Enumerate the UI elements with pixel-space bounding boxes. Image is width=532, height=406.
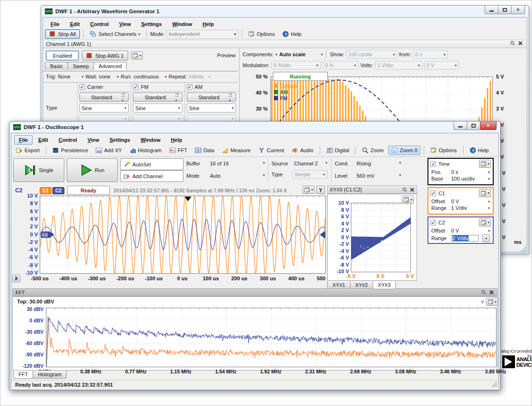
component-fm-checkbox[interactable]: ✓FM — [133, 84, 148, 90]
from-combo[interactable]: 0 s▾ — [413, 50, 448, 59]
c1-row1-value[interactable]: 0 V — [451, 199, 459, 204]
menu-control[interactable]: Control — [54, 135, 82, 145]
c2-row1-value[interactable]: 0 V — [451, 228, 459, 233]
toolbar-fft-button[interactable]: FFT — [166, 146, 190, 155]
carrier-standard-button[interactable]: Standard▾ — [79, 93, 129, 102]
toolbar-add-xy-button[interactable]: xyAdd XY — [93, 146, 124, 155]
tab-xy3[interactable]: XY#3 — [373, 281, 396, 289]
menu-file[interactable]: File — [14, 135, 33, 145]
c2-range-dropdown-button[interactable]: ▾ — [482, 234, 490, 242]
tab-advanced[interactable]: Advanced — [94, 62, 127, 70]
menu-edit[interactable]: Edit — [65, 19, 85, 29]
menu-help[interactable]: Help — [166, 135, 187, 145]
toolbar-audio-button[interactable]: Audio — [289, 146, 316, 155]
add-channel-button[interactable]: Add Channel — [120, 170, 183, 182]
level-value[interactable]: 560 mV — [357, 173, 375, 179]
menu-view[interactable]: View — [83, 135, 104, 145]
tab-fft[interactable]: FFT — [13, 371, 33, 379]
toolbar-current-button[interactable]: Current — [255, 146, 287, 155]
autoset-button[interactable]: AutoSet — [120, 158, 183, 170]
component-carrier-checkbox[interactable]: ✓Carrier — [79, 84, 104, 90]
source-value[interactable]: Channel 2 — [294, 161, 318, 166]
c1-enable-checkbox[interactable]: ✓ — [430, 190, 436, 196]
time-row1-value[interactable]: 0 s — [451, 169, 458, 175]
menu-view[interactable]: View — [114, 19, 136, 29]
menu-edit[interactable]: Edit — [34, 135, 53, 145]
modulation-offset-combo[interactable]: 0 %▾ — [323, 61, 358, 69]
menu-help[interactable]: Help — [198, 19, 218, 29]
pin-icon[interactable] — [510, 41, 515, 46]
run-button[interactable]: Run — [67, 158, 118, 182]
awg-titlebar[interactable]: DWF 1 - Arbitrary Waveform Generator 1 × — [41, 6, 529, 17]
c1-row2-value[interactable]: 1 V/div — [451, 205, 467, 211]
modulation-scale-combo[interactable]: 5 %/div▾ — [271, 61, 321, 69]
scope-resize-grip[interactable] — [491, 381, 497, 387]
volts-offset-combo[interactable]: 0 V▾ — [424, 61, 459, 69]
fm-function-combo[interactable]: Sine▾ — [133, 104, 183, 112]
toolbar-zoom-button[interactable]: Zoom — [359, 146, 386, 155]
menu-window[interactable]: Window — [136, 135, 165, 145]
awg-help-button[interactable]: ? Help — [279, 29, 305, 39]
minimize-button[interactable] — [454, 121, 467, 130]
pin-icon[interactable] — [481, 290, 486, 295]
repeat-value[interactable]: infinite — [189, 74, 207, 79]
close-panel-icon[interactable] — [489, 290, 494, 295]
maximize-button[interactable] — [467, 121, 480, 130]
stop-all-button[interactable]: Stop All — [45, 29, 80, 39]
menu-settings[interactable]: Settings — [105, 135, 135, 145]
mode-value[interactable]: Auto — [210, 173, 221, 179]
components-value[interactable]: Auto scale — [279, 52, 319, 57]
time-enable-checkbox[interactable]: ✓ — [430, 161, 436, 167]
xy-plot[interactable] — [351, 203, 411, 272]
c2-properties-button[interactable]: ▾ — [479, 218, 491, 226]
cond-value[interactable]: Rising — [357, 161, 371, 166]
c1-properties-button[interactable]: ▾ — [479, 189, 491, 197]
type-combo[interactable]: Simple▾ — [292, 170, 327, 179]
awg-options-button[interactable]: Options — [245, 29, 278, 39]
mode-combo[interactable]: Independent▾ — [166, 30, 238, 39]
pin-icon[interactable] — [402, 187, 407, 192]
menu-file[interactable]: File — [46, 19, 64, 29]
fft-dock-header[interactable]: FFT — [12, 288, 497, 296]
toolbar-options-button[interactable]: Options — [427, 146, 460, 155]
carrier-function-combo[interactable]: Sine▾ — [79, 104, 129, 112]
run-value[interactable]: continuous — [134, 74, 163, 79]
fft-properties-button[interactable]: ▾ — [486, 298, 498, 306]
c2-enable-checkbox[interactable]: ✓ — [430, 220, 436, 225]
y-axis-button[interactable]: Y — [316, 186, 325, 194]
awg-channel-properties-button[interactable]: ▾ — [131, 52, 143, 60]
awg-resize-grip[interactable] — [521, 246, 527, 252]
chevron-down-icon[interactable]: ∨ — [480, 298, 485, 305]
toolbar-zoom-0-button[interactable]: 0Zoom 0 — [388, 146, 420, 155]
tab-basic[interactable]: Basic — [45, 62, 68, 70]
toolbar-digital-button[interactable]: 1001Digital — [323, 146, 352, 155]
scope-plot[interactable]: C2 — [40, 196, 326, 274]
scope-waveform-svg[interactable]: C2 — [40, 196, 325, 273]
toolbar-data-button[interactable]: Data — [192, 146, 217, 155]
menu-window[interactable]: Window — [167, 19, 197, 29]
buffer-value[interactable]: 16 of 16 — [210, 161, 229, 166]
x-axis-button[interactable]: X — [12, 275, 20, 282]
toolbar-export-button[interactable]: Export — [13, 146, 43, 155]
toolbar-measure-button[interactable]: Measure — [219, 146, 253, 155]
component-am-checkbox[interactable]: ✓AM — [187, 84, 203, 90]
menu-control[interactable]: Control — [86, 19, 113, 29]
close-panel-icon[interactable] — [410, 187, 415, 192]
fft-plot[interactable] — [46, 308, 497, 367]
minimize-button[interactable] — [485, 6, 498, 14]
wait-value[interactable]: none — [99, 74, 115, 79]
scope-titlebar[interactable]: DWF 1 - Oscilloscope 1 × — [9, 121, 500, 133]
c1-badge[interactable]: C1 — [40, 187, 52, 194]
awg-stop-button[interactable]: Stop AWG 1 — [82, 51, 128, 60]
fm-standard-button[interactable]: Standard▾ — [133, 93, 183, 102]
toolbar-persistence-button[interactable]: Persistence — [50, 146, 91, 155]
awg-enabled-button[interactable]: Enabled — [46, 51, 79, 60]
xy-dock-header[interactable]: XY#3 (C1:C2) — [327, 185, 417, 194]
close-button[interactable]: × — [480, 121, 497, 130]
select-channels-button[interactable]: Select Channels ▾ — [87, 29, 143, 39]
trig-value[interactable]: None — [58, 74, 80, 79]
toolbar-help-button[interactable]: ?Help — [467, 146, 492, 155]
tab-histogram[interactable]: Histogram — [33, 371, 67, 379]
am-standard-button[interactable]: Standard▾ — [187, 93, 236, 102]
c2-row2-value[interactable]: 2 V/div — [451, 235, 479, 242]
